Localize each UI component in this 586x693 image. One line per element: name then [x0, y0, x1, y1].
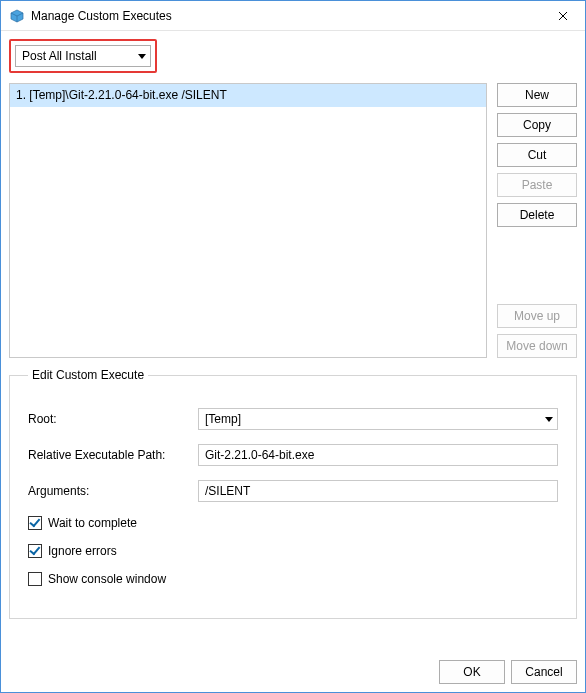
app-icon [9, 8, 25, 24]
side-buttons: New Copy Cut Paste Delete Move up Move d… [497, 83, 577, 358]
console-label: Show console window [48, 572, 166, 586]
args-label: Arguments: [28, 484, 198, 498]
dialog-footer: OK Cancel [1, 652, 585, 692]
root-row: Root: [Temp] [28, 408, 558, 430]
list-item-label: 1. [Temp]\Git-2.21.0-64-bit.exe /SILENT [16, 88, 227, 102]
titlebar: Manage Custom Executes [1, 1, 585, 31]
path-row: Relative Executable Path: [28, 444, 558, 466]
ignore-checkbox[interactable] [28, 544, 42, 558]
ignore-label: Ignore errors [48, 544, 117, 558]
type-selector-row: Post All Install [9, 39, 577, 79]
execute-type-dropdown[interactable]: Post All Install [15, 45, 151, 67]
root-value: [Temp] [205, 412, 241, 426]
root-label: Root: [28, 412, 198, 426]
path-input[interactable] [198, 444, 558, 466]
path-label: Relative Executable Path: [28, 448, 198, 462]
copy-button[interactable]: Copy [497, 113, 577, 137]
close-button[interactable] [540, 1, 585, 30]
window-title: Manage Custom Executes [31, 9, 540, 23]
type-selector-highlight: Post All Install [9, 39, 157, 73]
args-row: Arguments: [28, 480, 558, 502]
execute-type-value: Post All Install [22, 49, 97, 63]
root-dropdown[interactable]: [Temp] [198, 408, 558, 430]
executes-list[interactable]: 1. [Temp]\Git-2.21.0-64-bit.exe /SILENT [9, 83, 487, 358]
ok-button[interactable]: OK [439, 660, 505, 684]
move-down-button: Move down [497, 334, 577, 358]
content-area: Post All Install 1. [Temp]\Git-2.21.0-64… [1, 31, 585, 652]
delete-button[interactable]: Delete [497, 203, 577, 227]
edit-fieldset: Edit Custom Execute Root: [Temp] Relativ… [9, 368, 577, 619]
paste-button: Paste [497, 173, 577, 197]
wait-checkbox[interactable] [28, 516, 42, 530]
chevron-down-icon [138, 54, 146, 59]
middle-panel: 1. [Temp]\Git-2.21.0-64-bit.exe /SILENT … [9, 83, 577, 358]
cancel-button[interactable]: Cancel [511, 660, 577, 684]
chevron-down-icon [545, 417, 553, 422]
move-up-button: Move up [497, 304, 577, 328]
new-button[interactable]: New [497, 83, 577, 107]
console-checkbox[interactable] [28, 572, 42, 586]
spacer [497, 233, 577, 298]
wait-label: Wait to complete [48, 516, 137, 530]
cut-button[interactable]: Cut [497, 143, 577, 167]
ignore-row: Ignore errors [28, 544, 558, 558]
console-row: Show console window [28, 572, 558, 586]
args-input[interactable] [198, 480, 558, 502]
edit-legend: Edit Custom Execute [28, 368, 148, 382]
wait-row: Wait to complete [28, 516, 558, 530]
list-item[interactable]: 1. [Temp]\Git-2.21.0-64-bit.exe /SILENT [10, 84, 486, 107]
